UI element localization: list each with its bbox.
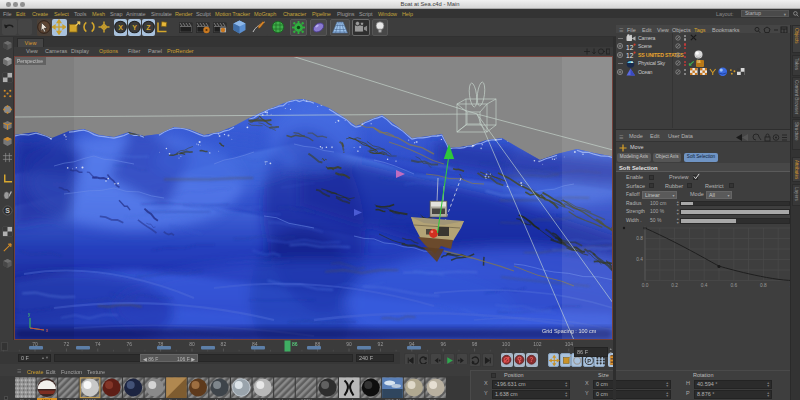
svg-text:0.4: 0.4	[636, 257, 643, 262]
svg-text:0.2: 0.2	[671, 283, 678, 288]
svg-text:S: S	[5, 207, 10, 214]
svg-text:0.6: 0.6	[730, 283, 737, 288]
svg-text:0.0: 0.0	[642, 283, 649, 288]
svg-text:0.8: 0.8	[760, 283, 767, 288]
svg-text:0.8: 0.8	[636, 236, 643, 241]
svg-text:0.4: 0.4	[701, 283, 708, 288]
svg-text:X: X	[118, 24, 123, 31]
svg-text:P: P	[587, 358, 591, 364]
svg-text:?: ?	[530, 356, 534, 363]
svg-text:Perspective: Perspective	[17, 58, 43, 64]
svg-text:2: 2	[630, 44, 634, 51]
svg-text:Z: Z	[146, 24, 151, 31]
svg-text:2: 2	[630, 52, 634, 59]
svg-text:Y: Y	[132, 24, 137, 31]
svg-text:Grid Spacing : 100 cm: Grid Spacing : 100 cm	[542, 328, 597, 334]
